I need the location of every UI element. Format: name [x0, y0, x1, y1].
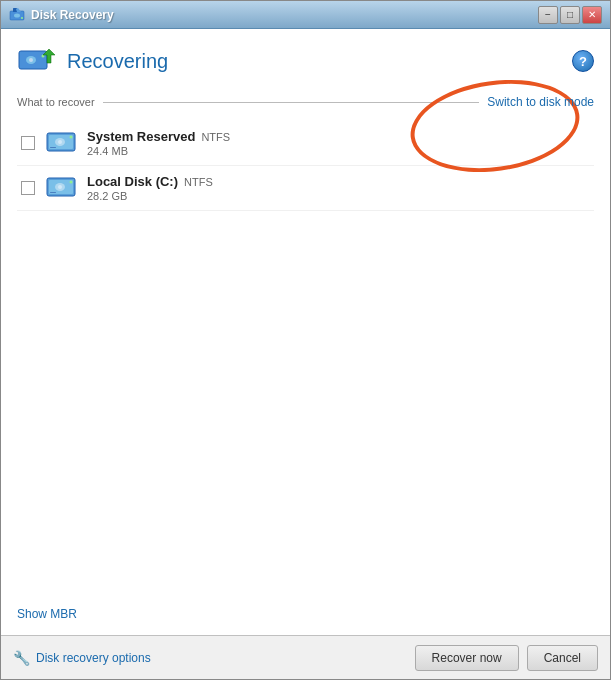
disk-fs-system-reserved: NTFS [201, 131, 230, 143]
title-bar: Disk Recovery − □ ✕ [1, 1, 610, 29]
recover-now-button[interactable]: Recover now [415, 645, 519, 671]
window-title: Disk Recovery [31, 8, 114, 22]
title-bar-icon [9, 7, 25, 23]
svg-point-1 [14, 13, 20, 17]
disk-checkbox-local-disk[interactable] [21, 181, 35, 195]
maximize-button[interactable]: □ [560, 6, 580, 24]
page-title: Recovering [67, 50, 168, 73]
disk-icon-system-reserved [45, 127, 77, 159]
disk-size-system-reserved: 24.4 MB [87, 145, 230, 157]
footer-right: Recover now Cancel [415, 645, 598, 671]
disk-icon-local-disk [45, 172, 77, 204]
what-to-recover-label: What to recover [17, 96, 95, 108]
header-left: Recovering [17, 41, 168, 81]
svg-point-20 [70, 181, 73, 184]
disk-name-local-disk: Local Disk (C:) [87, 174, 178, 189]
svg-point-2 [21, 17, 23, 19]
disk-item-system-reserved: System Reserved NTFS 24.4 MB [17, 121, 594, 166]
disk-list: System Reserved NTFS 24.4 MB [17, 121, 594, 211]
minimize-button[interactable]: − [538, 6, 558, 24]
disk-recovery-options-link[interactable]: Disk recovery options [36, 651, 151, 665]
window-controls: − □ ✕ [538, 6, 602, 24]
disk-name-system-reserved: System Reserved [87, 129, 195, 144]
main-window: Disk Recovery − □ ✕ Recover [0, 0, 611, 680]
header-row: Recovering ? [17, 41, 594, 81]
disk-info-local-disk: Local Disk (C:) NTFS 28.2 GB [87, 174, 213, 202]
svg-point-7 [29, 58, 33, 62]
disk-info-system-reserved: System Reserved NTFS 24.4 MB [87, 129, 230, 157]
spacer [17, 211, 594, 606]
recovery-app-icon [17, 41, 57, 81]
disk-item-local-disk: Local Disk (C:) NTFS 28.2 GB [17, 166, 594, 211]
disk-fs-local-disk: NTFS [184, 176, 213, 188]
section-divider: What to recover Switch to disk mode [17, 95, 594, 109]
switch-to-disk-mode-link[interactable]: Switch to disk mode [487, 95, 594, 109]
help-button[interactable]: ? [572, 50, 594, 72]
cancel-button[interactable]: Cancel [527, 645, 598, 671]
divider-line [103, 102, 480, 103]
content-area: Recovering ? What to recover Switch to d… [1, 29, 610, 635]
close-button[interactable]: ✕ [582, 6, 602, 24]
disk-checkbox-system-reserved[interactable] [21, 136, 35, 150]
wrench-icon: 🔧 [13, 650, 30, 666]
svg-point-19 [58, 185, 62, 189]
svg-point-14 [70, 136, 73, 139]
footer-left: 🔧 Disk recovery options [13, 650, 151, 666]
svg-rect-21 [50, 192, 56, 193]
show-mbr-section: Show MBR [17, 606, 594, 621]
svg-rect-15 [50, 147, 56, 148]
show-mbr-link[interactable]: Show MBR [17, 607, 77, 621]
footer: 🔧 Disk recovery options Recover now Canc… [1, 635, 610, 679]
disk-size-local-disk: 28.2 GB [87, 190, 213, 202]
svg-point-13 [58, 140, 62, 144]
